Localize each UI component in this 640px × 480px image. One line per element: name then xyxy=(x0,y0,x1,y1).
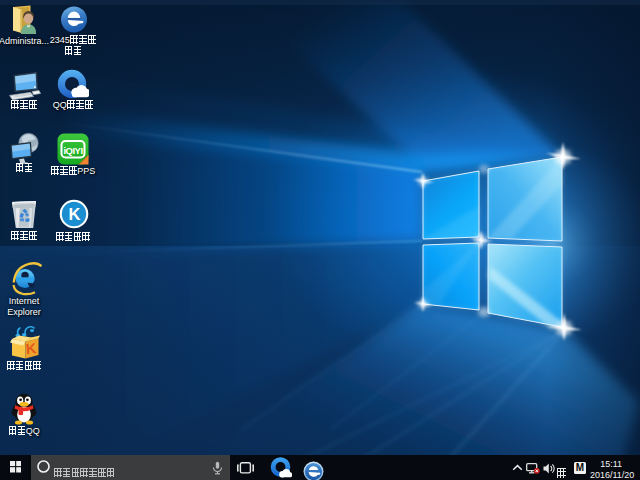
svg-text:K: K xyxy=(25,340,37,357)
svg-text:K: K xyxy=(69,205,81,223)
svg-text:iQIYI: iQIYI xyxy=(63,145,82,156)
